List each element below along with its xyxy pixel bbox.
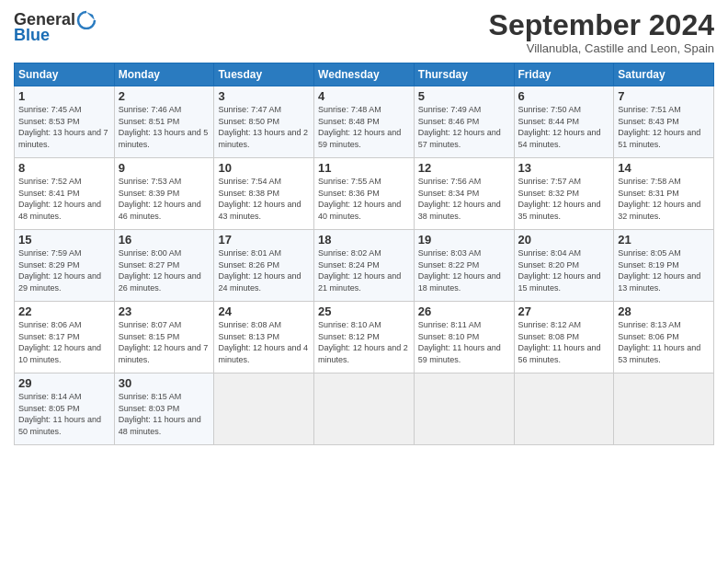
header: General Blue September 2024 Villanubla, … [14, 9, 714, 55]
day-info: Sunrise: 7:52 AM Sunset: 8:41 PM Dayligh… [18, 177, 101, 221]
calendar-cell: 26 Sunrise: 8:11 AM Sunset: 8:10 PM Dayl… [414, 302, 514, 373]
calendar-cell: 29 Sunrise: 8:14 AM Sunset: 8:05 PM Dayl… [15, 373, 115, 445]
day-info: Sunrise: 7:57 AM Sunset: 8:32 PM Dayligh… [518, 177, 601, 221]
day-info: Sunrise: 7:47 AM Sunset: 8:50 PM Dayligh… [218, 105, 308, 149]
col-monday: Monday [114, 63, 214, 86]
calendar-row: 22 Sunrise: 8:06 AM Sunset: 8:17 PM Dayl… [15, 302, 714, 373]
day-number: 16 [119, 233, 210, 247]
day-number: 29 [18, 376, 110, 390]
day-number: 9 [119, 161, 210, 175]
day-info: Sunrise: 7:59 AM Sunset: 8:29 PM Dayligh… [18, 248, 101, 293]
logo-blue: Blue [14, 26, 50, 45]
calendar-table: Sunday Monday Tuesday Wednesday Thursday… [14, 63, 714, 445]
col-friday: Friday [514, 63, 614, 86]
day-info: Sunrise: 8:13 AM Sunset: 8:06 PM Dayligh… [618, 320, 700, 364]
day-number: 1 [18, 89, 110, 103]
calendar-cell-empty [514, 373, 614, 445]
day-info: Sunrise: 7:49 AM Sunset: 8:46 PM Dayligh… [418, 105, 501, 149]
calendar-cell: 8 Sunrise: 7:52 AM Sunset: 8:41 PM Dayli… [15, 158, 115, 230]
location-subtitle: Villanubla, Castille and Leon, Spain [489, 41, 714, 55]
day-number: 6 [518, 89, 610, 103]
calendar-cell: 21 Sunrise: 8:05 AM Sunset: 8:19 PM Dayl… [614, 230, 714, 302]
day-info: Sunrise: 8:04 AM Sunset: 8:20 PM Dayligh… [518, 248, 601, 293]
day-info: Sunrise: 7:56 AM Sunset: 8:34 PM Dayligh… [418, 177, 501, 221]
calendar-cell: 14 Sunrise: 7:58 AM Sunset: 8:31 PM Dayl… [614, 158, 714, 230]
col-thursday: Thursday [414, 63, 514, 86]
day-number: 17 [218, 233, 310, 247]
calendar-header: Sunday Monday Tuesday Wednesday Thursday… [15, 63, 714, 86]
day-number: 27 [518, 304, 610, 318]
col-saturday: Saturday [614, 63, 714, 86]
day-info: Sunrise: 8:12 AM Sunset: 8:08 PM Dayligh… [518, 320, 601, 364]
calendar-cell: 28 Sunrise: 8:13 AM Sunset: 8:06 PM Dayl… [614, 302, 714, 373]
calendar-cell: 16 Sunrise: 8:00 AM Sunset: 8:27 PM Dayl… [114, 230, 214, 302]
calendar-cell: 2 Sunrise: 7:46 AM Sunset: 8:51 PM Dayli… [114, 86, 214, 158]
day-info: Sunrise: 8:06 AM Sunset: 8:17 PM Dayligh… [18, 320, 101, 364]
day-info: Sunrise: 8:01 AM Sunset: 8:26 PM Dayligh… [218, 248, 301, 293]
calendar-cell-empty [414, 373, 514, 445]
col-sunday: Sunday [15, 63, 115, 86]
day-info: Sunrise: 8:15 AM Sunset: 8:03 PM Dayligh… [119, 392, 201, 436]
day-info: Sunrise: 7:50 AM Sunset: 8:44 PM Dayligh… [518, 105, 601, 149]
calendar-cell: 18 Sunrise: 8:02 AM Sunset: 8:24 PM Dayl… [314, 230, 415, 302]
calendar-cell: 9 Sunrise: 7:53 AM Sunset: 8:39 PM Dayli… [114, 158, 214, 230]
col-wednesday: Wednesday [314, 63, 415, 86]
calendar-cell-empty [314, 373, 415, 445]
calendar-row: 1 Sunrise: 7:45 AM Sunset: 8:53 PM Dayli… [15, 86, 714, 158]
day-number: 14 [618, 161, 710, 175]
calendar-cell: 30 Sunrise: 8:15 AM Sunset: 8:03 PM Dayl… [114, 373, 214, 445]
day-number: 19 [418, 233, 510, 247]
month-title: September 2024 [489, 9, 714, 41]
day-info: Sunrise: 7:51 AM Sunset: 8:43 PM Dayligh… [618, 105, 700, 149]
day-info: Sunrise: 7:53 AM Sunset: 8:39 PM Dayligh… [119, 177, 201, 221]
day-info: Sunrise: 7:45 AM Sunset: 8:53 PM Dayligh… [18, 105, 108, 149]
calendar-row: 15 Sunrise: 7:59 AM Sunset: 8:29 PM Dayl… [15, 230, 714, 302]
logo-icon [76, 9, 97, 29]
day-number: 11 [318, 161, 410, 175]
calendar-cell-empty [614, 373, 714, 445]
day-info: Sunrise: 8:05 AM Sunset: 8:19 PM Dayligh… [618, 248, 700, 293]
day-number: 18 [318, 233, 410, 247]
calendar-cell: 10 Sunrise: 7:54 AM Sunset: 8:38 PM Dayl… [214, 158, 314, 230]
calendar-cell: 11 Sunrise: 7:55 AM Sunset: 8:36 PM Dayl… [314, 158, 415, 230]
day-info: Sunrise: 8:03 AM Sunset: 8:22 PM Dayligh… [418, 248, 501, 293]
day-number: 8 [18, 161, 110, 175]
calendar-cell: 13 Sunrise: 7:57 AM Sunset: 8:32 PM Dayl… [514, 158, 614, 230]
day-info: Sunrise: 7:48 AM Sunset: 8:48 PM Dayligh… [318, 105, 401, 149]
calendar-cell: 1 Sunrise: 7:45 AM Sunset: 8:53 PM Dayli… [15, 86, 115, 158]
page: General Blue September 2024 Villanubla, … [0, 0, 728, 563]
day-info: Sunrise: 8:02 AM Sunset: 8:24 PM Dayligh… [318, 248, 401, 293]
day-number: 3 [218, 89, 310, 103]
day-number: 26 [418, 304, 510, 318]
calendar-cell: 5 Sunrise: 7:49 AM Sunset: 8:46 PM Dayli… [414, 86, 514, 158]
logo: General Blue [14, 9, 97, 45]
day-number: 23 [119, 304, 210, 318]
header-row: Sunday Monday Tuesday Wednesday Thursday… [15, 63, 714, 86]
calendar-cell: 6 Sunrise: 7:50 AM Sunset: 8:44 PM Dayli… [514, 86, 614, 158]
day-info: Sunrise: 8:14 AM Sunset: 8:05 PM Dayligh… [18, 392, 101, 436]
day-number: 10 [218, 161, 310, 175]
day-info: Sunrise: 7:58 AM Sunset: 8:31 PM Dayligh… [618, 177, 700, 221]
day-number: 2 [119, 89, 210, 103]
day-number: 5 [418, 89, 510, 103]
calendar-cell: 23 Sunrise: 8:07 AM Sunset: 8:15 PM Dayl… [114, 302, 214, 373]
calendar-cell: 12 Sunrise: 7:56 AM Sunset: 8:34 PM Dayl… [414, 158, 514, 230]
calendar-cell: 4 Sunrise: 7:48 AM Sunset: 8:48 PM Dayli… [314, 86, 415, 158]
col-tuesday: Tuesday [214, 63, 314, 86]
calendar-cell-empty [214, 373, 314, 445]
day-number: 28 [618, 304, 710, 318]
calendar-cell: 22 Sunrise: 8:06 AM Sunset: 8:17 PM Dayl… [15, 302, 115, 373]
calendar-cell: 17 Sunrise: 8:01 AM Sunset: 8:26 PM Dayl… [214, 230, 314, 302]
calendar-row: 29 Sunrise: 8:14 AM Sunset: 8:05 PM Dayl… [15, 373, 714, 445]
day-number: 21 [618, 233, 710, 247]
day-info: Sunrise: 8:10 AM Sunset: 8:12 PM Dayligh… [318, 320, 408, 364]
title-section: September 2024 Villanubla, Castille and … [489, 9, 714, 55]
calendar-cell: 27 Sunrise: 8:12 AM Sunset: 8:08 PM Dayl… [514, 302, 614, 373]
calendar-cell: 7 Sunrise: 7:51 AM Sunset: 8:43 PM Dayli… [614, 86, 714, 158]
calendar-cell: 20 Sunrise: 8:04 AM Sunset: 8:20 PM Dayl… [514, 230, 614, 302]
day-info: Sunrise: 7:46 AM Sunset: 8:51 PM Dayligh… [119, 105, 209, 149]
day-info: Sunrise: 8:11 AM Sunset: 8:10 PM Dayligh… [418, 320, 501, 364]
calendar-cell: 25 Sunrise: 8:10 AM Sunset: 8:12 PM Dayl… [314, 302, 415, 373]
day-number: 20 [518, 233, 610, 247]
calendar-cell: 24 Sunrise: 8:08 AM Sunset: 8:13 PM Dayl… [214, 302, 314, 373]
